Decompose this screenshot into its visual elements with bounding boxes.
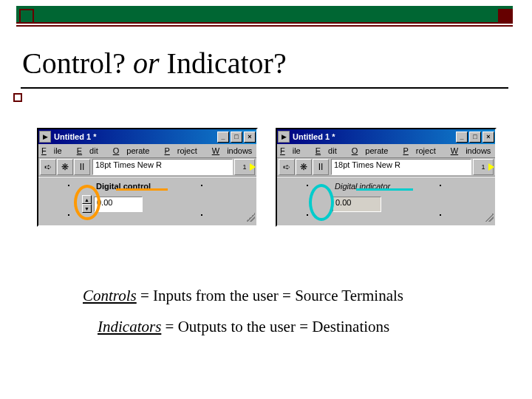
pause-button[interactable]: II	[74, 159, 90, 175]
run-button[interactable]: ➪	[279, 159, 295, 175]
close-button[interactable]: ×	[244, 132, 256, 143]
toolbar: ➪ ❋ II 18pt Times New R 1	[38, 158, 256, 177]
font-selector[interactable]: 18pt Times New R	[331, 159, 471, 175]
menu-edit[interactable]: Edit	[77, 146, 106, 155]
menu-operate[interactable]: Operate	[113, 146, 157, 155]
icon-counter[interactable]: 1	[473, 159, 494, 175]
slide-top-border	[16, 6, 513, 30]
minimize-button[interactable]: _	[217, 132, 229, 143]
slide-title: Control? or Indicator?	[22, 46, 287, 81]
highlight-indicator-gap	[309, 184, 334, 221]
window-control: ▶ Untitled 1 * _ □ × File Edit Operate P…	[37, 128, 258, 227]
minimize-button[interactable]: _	[456, 132, 468, 143]
run-button[interactable]: ➪	[40, 159, 56, 175]
app-icon[interactable]: ▶	[278, 131, 290, 143]
menu-file[interactable]: File	[41, 146, 69, 155]
menu-file[interactable]: File	[280, 146, 308, 155]
indicators-term: Indicators	[98, 318, 161, 335]
body-line-indicators: Indicators = Outputs to the user = Desti…	[98, 318, 389, 336]
play-icon	[250, 163, 256, 171]
body-line-controls: Controls = Inputs from the user = Source…	[83, 287, 403, 305]
title-bullet-icon	[13, 93, 22, 102]
toolbar: ➪ ❋ II 18pt Times New R 1	[277, 158, 495, 177]
menu-project[interactable]: Project	[403, 146, 443, 155]
titlebar[interactable]: ▶ Untitled 1 * _ □ ×	[38, 129, 256, 144]
resize-grip-icon[interactable]	[485, 213, 494, 222]
menu-windows[interactable]: Windows	[451, 146, 499, 155]
control-value[interactable]: 0.00	[94, 197, 143, 212]
window-indicator: ▶ Untitled 1 * _ □ × File Edit Operate P…	[276, 128, 497, 227]
highlight-control-line	[116, 188, 168, 191]
font-selector[interactable]: 18pt Times New R	[92, 159, 233, 175]
title-underline	[21, 87, 508, 89]
menu-project[interactable]: Project	[164, 146, 204, 155]
title-or: or	[133, 47, 160, 80]
run-cont-button[interactable]: ❋	[296, 159, 312, 175]
window-title: Untitled 1 *	[54, 132, 216, 141]
indicator-value: 0.00	[332, 197, 381, 212]
icon-counter[interactable]: 1	[234, 159, 255, 175]
menu-bar[interactable]: File Edit Operate Project Windows	[277, 144, 495, 158]
front-panel[interactable]: Digital control ▲ ▼ 0.00	[38, 177, 256, 223]
highlight-indicator-line	[356, 188, 413, 191]
run-cont-button[interactable]: ❋	[57, 159, 73, 175]
titlebar[interactable]: ▶ Untitled 1 * _ □ ×	[277, 129, 495, 144]
highlight-control-spinner	[74, 185, 100, 220]
close-button[interactable]: ×	[482, 132, 494, 143]
pause-button[interactable]: II	[313, 159, 329, 175]
menu-operate[interactable]: Operate	[352, 146, 396, 155]
menu-windows[interactable]: Windows	[212, 146, 260, 155]
maximize-button[interactable]: □	[469, 132, 481, 143]
app-icon[interactable]: ▶	[39, 131, 51, 143]
title-word-1: Control?	[22, 47, 126, 80]
window-title: Untitled 1 *	[293, 132, 454, 141]
controls-term: Controls	[83, 287, 137, 304]
menu-bar[interactable]: File Edit Operate Project Windows	[38, 144, 256, 158]
resize-grip-icon[interactable]	[246, 213, 255, 222]
menu-edit[interactable]: Edit	[316, 146, 344, 155]
maximize-button[interactable]: □	[231, 132, 242, 143]
title-word-2: Indicator?	[167, 47, 287, 80]
play-icon	[488, 163, 494, 171]
